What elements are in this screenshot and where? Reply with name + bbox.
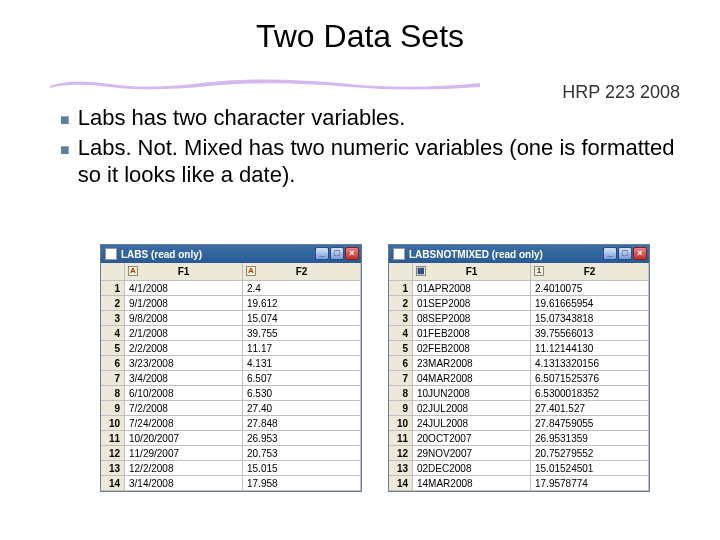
data-cell[interactable]: 2/1/2008 <box>125 326 243 341</box>
row-number[interactable]: 6 <box>101 356 125 371</box>
data-cell[interactable]: 10JUN2008 <box>413 386 531 401</box>
row-number[interactable]: 13 <box>389 461 413 476</box>
window-titlebar[interactable]: LABSNOTMIXED (read only) _ □ × <box>389 245 649 263</box>
row-number[interactable]: 3 <box>389 311 413 326</box>
data-cell[interactable]: 27.848 <box>243 416 361 431</box>
data-cell[interactable]: 6/10/2008 <box>125 386 243 401</box>
window-titlebar[interactable]: LABS (read only) _ □ × <box>101 245 361 263</box>
data-cell[interactable]: 27.401.527 <box>531 401 649 416</box>
row-number[interactable]: 7 <box>101 371 125 386</box>
row-number[interactable]: 9 <box>389 401 413 416</box>
row-number[interactable]: 12 <box>389 446 413 461</box>
row-number[interactable]: 12 <box>101 446 125 461</box>
data-cell[interactable]: 01APR2008 <box>413 281 531 296</box>
data-cell[interactable]: 01SEP2008 <box>413 296 531 311</box>
data-cell[interactable]: 17.958 <box>243 476 361 491</box>
data-cell[interactable]: 15.07343818 <box>531 311 649 326</box>
row-number[interactable]: 5 <box>101 341 125 356</box>
row-number[interactable]: 10 <box>101 416 125 431</box>
data-cell[interactable]: 3/4/2008 <box>125 371 243 386</box>
row-number[interactable]: 8 <box>101 386 125 401</box>
close-button[interactable]: × <box>633 247 647 260</box>
column-header[interactable]: 1F2 <box>531 263 649 281</box>
row-number[interactable]: 8 <box>389 386 413 401</box>
data-cell[interactable]: 39.755 <box>243 326 361 341</box>
data-cell[interactable]: 08SEP2008 <box>413 311 531 326</box>
data-cell[interactable]: 29NOV2007 <box>413 446 531 461</box>
data-cell[interactable]: 3/14/2008 <box>125 476 243 491</box>
row-number[interactable]: 14 <box>389 476 413 491</box>
data-cell[interactable]: 02DEC2008 <box>413 461 531 476</box>
data-grid: AF1AF214/1/20082.429/1/200819.61239/8/20… <box>101 263 361 491</box>
data-cell[interactable]: 24JUL2008 <box>413 416 531 431</box>
row-number[interactable]: 7 <box>389 371 413 386</box>
data-cell[interactable]: 15.01524501 <box>531 461 649 476</box>
data-cell[interactable]: 15.074 <box>243 311 361 326</box>
data-cell[interactable]: 4.1313320156 <box>531 356 649 371</box>
row-number[interactable]: 11 <box>101 431 125 446</box>
data-cell[interactable]: 19.61665954 <box>531 296 649 311</box>
row-number[interactable]: 2 <box>389 296 413 311</box>
data-cell[interactable]: 2.4 <box>243 281 361 296</box>
data-cell[interactable]: 14MAR2008 <box>413 476 531 491</box>
data-cell[interactable]: 11.12144130 <box>531 341 649 356</box>
data-cell[interactable]: 4.131 <box>243 356 361 371</box>
row-number[interactable]: 11 <box>389 431 413 446</box>
data-cell[interactable]: 6.5300018352 <box>531 386 649 401</box>
column-header[interactable]: AF2 <box>243 263 361 281</box>
close-button[interactable]: × <box>345 247 359 260</box>
row-number[interactable]: 6 <box>389 356 413 371</box>
column-header[interactable]: ▦F1 <box>413 263 531 281</box>
data-cell[interactable]: 7/24/2008 <box>125 416 243 431</box>
data-cell[interactable]: 4/1/2008 <box>125 281 243 296</box>
row-number[interactable]: 4 <box>101 326 125 341</box>
data-cell[interactable]: 26.953 <box>243 431 361 446</box>
maximize-button[interactable]: □ <box>618 247 632 260</box>
data-cell[interactable]: 6.530 <box>243 386 361 401</box>
row-number[interactable]: 3 <box>101 311 125 326</box>
row-number[interactable]: 5 <box>389 341 413 356</box>
data-cell[interactable]: 20OCT2007 <box>413 431 531 446</box>
row-number[interactable]: 14 <box>101 476 125 491</box>
minimize-button[interactable]: _ <box>603 247 617 260</box>
data-cell[interactable]: 17.9578774 <box>531 476 649 491</box>
data-cell[interactable]: 10/20/2007 <box>125 431 243 446</box>
data-cell[interactable]: 9/8/2008 <box>125 311 243 326</box>
row-number[interactable]: 10 <box>389 416 413 431</box>
data-cell[interactable]: 04MAR2008 <box>413 371 531 386</box>
data-cell[interactable]: 20.75279552 <box>531 446 649 461</box>
data-cell[interactable]: 26.9531359 <box>531 431 649 446</box>
data-cell[interactable]: 27.40 <box>243 401 361 416</box>
data-cell[interactable]: 19.612 <box>243 296 361 311</box>
row-number[interactable]: 2 <box>101 296 125 311</box>
data-cell[interactable]: 20.753 <box>243 446 361 461</box>
data-cell[interactable]: 11/29/2007 <box>125 446 243 461</box>
data-cell[interactable]: 11.17 <box>243 341 361 356</box>
data-cell[interactable]: 01FEB2008 <box>413 326 531 341</box>
data-cell[interactable]: 7/2/2008 <box>125 401 243 416</box>
data-cell[interactable]: 02JUL2008 <box>413 401 531 416</box>
row-number[interactable]: 9 <box>101 401 125 416</box>
data-cell[interactable]: 3/23/2008 <box>125 356 243 371</box>
data-cell[interactable]: 39.75566013 <box>531 326 649 341</box>
data-cell[interactable]: 9/1/2008 <box>125 296 243 311</box>
data-cell[interactable]: 15.015 <box>243 461 361 476</box>
row-number[interactable]: 1 <box>389 281 413 296</box>
data-cell[interactable]: 23MAR2008 <box>413 356 531 371</box>
data-cell[interactable]: 6.507 <box>243 371 361 386</box>
bullet-item: ■ Labs. Not. Mixed has two numeric varia… <box>60 134 680 189</box>
data-cell[interactable]: 2/2/2008 <box>125 341 243 356</box>
row-number[interactable]: 1 <box>101 281 125 296</box>
maximize-button[interactable]: □ <box>330 247 344 260</box>
data-cell[interactable]: 27.84759055 <box>531 416 649 431</box>
row-number[interactable]: 4 <box>389 326 413 341</box>
data-cell[interactable]: 12/2/2008 <box>125 461 243 476</box>
data-cell[interactable]: 02FEB2008 <box>413 341 531 356</box>
minimize-button[interactable]: _ <box>315 247 329 260</box>
column-header[interactable]: AF1 <box>125 263 243 281</box>
title-underline-brush <box>50 76 480 90</box>
row-number[interactable]: 13 <box>101 461 125 476</box>
bullet-text: Labs. Not. Mixed has two numeric variabl… <box>78 134 680 189</box>
data-cell[interactable]: 6.5071525376 <box>531 371 649 386</box>
data-cell[interactable]: 2.4010075 <box>531 281 649 296</box>
